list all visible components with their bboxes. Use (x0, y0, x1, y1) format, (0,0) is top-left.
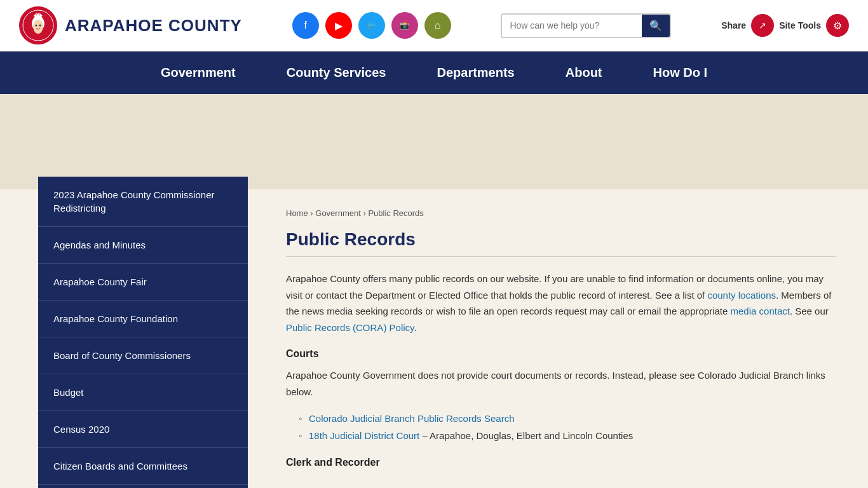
18th-district-link[interactable]: 18th Judicial District Court (309, 430, 419, 441)
breadcrumb-home[interactable]: Home (286, 208, 308, 218)
main-container: 2023 Arapahoe County Commissioner Redist… (0, 189, 868, 488)
sitetools-label[interactable]: Site Tools (779, 20, 821, 30)
main-nav: Government County Services Departments A… (0, 51, 868, 94)
facebook-icon[interactable]: f (292, 12, 319, 39)
share-button[interactable]: ↗ (751, 14, 774, 37)
svg-point-6 (34, 24, 43, 34)
sidebar: 2023 Arapahoe County Commissioner Redist… (38, 177, 248, 488)
twitter-icon[interactable]: 🐦 (358, 12, 385, 39)
share-label[interactable]: Share (721, 20, 746, 30)
svg-point-8 (39, 25, 41, 27)
logo-text: ARAPAHOE COUNTY (65, 16, 242, 36)
nav-county-services[interactable]: County Services (261, 51, 412, 94)
breadcrumb: Home › Government › Public Records (286, 208, 836, 218)
search-area: 🔍 (501, 13, 671, 38)
intro-paragraph: Arapahoe County offers many public recor… (286, 271, 836, 336)
search-button[interactable]: 🔍 (642, 15, 670, 37)
svg-point-7 (36, 25, 37, 27)
page-title: Public Records (286, 229, 836, 257)
breadcrumb-current: Public Records (368, 208, 423, 218)
county-locations-link[interactable]: county locations (707, 290, 776, 301)
sidebar-item-commissioners[interactable]: Board of County Commissioners (38, 337, 248, 374)
logo-area: ARAPAHOE COUNTY (19, 6, 242, 44)
hero-image (0, 94, 868, 189)
sitetools-button[interactable]: ⚙ (826, 14, 849, 37)
courts-text: Arapahoe County Government does not prov… (286, 367, 836, 400)
clerk-title: Clerk and Recorder (286, 457, 836, 468)
search-input[interactable] (502, 15, 642, 36)
youtube-icon[interactable]: ▶ (325, 12, 352, 39)
sidebar-item-foundation[interactable]: Arapahoe County Foundation (38, 301, 248, 337)
search-box: 🔍 (501, 13, 671, 38)
courts-title: Courts (286, 348, 836, 360)
cora-policy-link[interactable]: Public Records (CORA) Policy (286, 322, 414, 333)
sidebar-item-redistricting[interactable]: 2023 Arapahoe County Commissioner Redist… (38, 177, 248, 227)
sidebar-item-citizen-boards[interactable]: Citizen Boards and Committees (38, 448, 248, 485)
nav-government[interactable]: Government (135, 51, 261, 94)
site-header: ARAPAHOE COUNTY f ▶ 🐦 📸 ⌂ 🔍 Share ↗ Site… (0, 0, 868, 51)
sidebar-item-budget[interactable]: Budget (38, 374, 248, 411)
logo-icon (19, 6, 57, 44)
media-contact-link[interactable]: media contact (731, 306, 790, 316)
judicial-branch-link[interactable]: Colorado Judicial Branch Public Records … (309, 413, 515, 424)
header-tools: Share ↗ Site Tools ⚙ (721, 14, 849, 37)
sidebar-item-agendas[interactable]: Agendas and Minutes (38, 227, 248, 264)
breadcrumb-government[interactable]: Government (315, 208, 361, 218)
sidebar-item-fair[interactable]: Arapahoe County Fair (38, 264, 248, 301)
nav-about[interactable]: About (540, 51, 628, 94)
nav-how-do-i[interactable]: How Do I (628, 51, 733, 94)
main-content: Home › Government › Public Records Publi… (248, 189, 868, 488)
court-link-2: 18th Judicial District Court – Arapahoe,… (299, 427, 836, 444)
nextdoor-icon[interactable]: ⌂ (424, 12, 451, 39)
instagram-icon[interactable]: 📸 (391, 12, 418, 39)
social-icons: f ▶ 🐦 📸 ⌂ (292, 12, 451, 39)
nav-departments[interactable]: Departments (411, 51, 539, 94)
courts-list: Colorado Judicial Branch Public Records … (299, 410, 836, 444)
sidebar-item-census[interactable]: Census 2020 (38, 411, 248, 448)
court-link-1: Colorado Judicial Branch Public Records … (299, 410, 836, 427)
